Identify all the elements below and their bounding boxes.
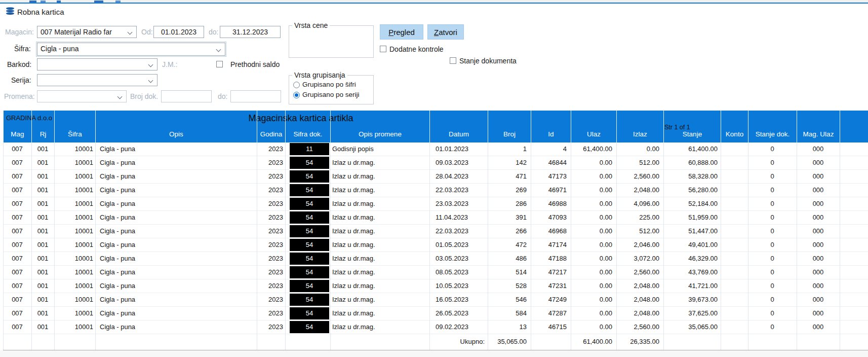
- cell-ulaz: 0.00: [571, 184, 616, 197]
- broj-dok-do-input[interactable]: [230, 90, 281, 102]
- table-row[interactable]: 00700110001Cigla - puna202354Izlaz u dr.…: [3, 252, 868, 266]
- sifra-label: Šifra:: [14, 45, 31, 53]
- cell-id: 47249: [531, 293, 571, 307]
- sifra-dok-badge: 54: [290, 294, 329, 306]
- table-row[interactable]: 00700110001Cigla - puna202354Izlaz u dr.…: [3, 170, 868, 184]
- column-header-id: Id: [531, 127, 571, 142]
- cell-ulaz: 0.00: [571, 320, 616, 334]
- table-row[interactable]: 00700110001Cigla - puna202354Izlaz u dr.…: [3, 184, 868, 197]
- body-column-line: [571, 142, 571, 350]
- prethodni-saldo-checkbox[interactable]: [216, 61, 223, 67]
- grupisanje-radio-0[interactable]: [293, 82, 300, 88]
- cell-id: 46968: [531, 225, 571, 238]
- cell-ulaz: 0.00: [571, 266, 616, 279]
- sifra-combo[interactable]: Cigla - puna: [37, 43, 225, 56]
- cell-opis: Cigla - puna: [95, 238, 257, 252]
- cell-id: 46715: [531, 320, 571, 334]
- cell--ifra: 10001: [54, 184, 95, 197]
- cell-opis-promene: Izlaz u dr.mag.: [330, 197, 429, 211]
- cell-mag: [3, 334, 31, 350]
- cell--ifra: 10001: [54, 320, 95, 334]
- sifra-dok-badge: 54: [290, 170, 329, 183]
- cell-godina: 2023: [257, 238, 285, 252]
- zatvori-button[interactable]: Zatvori: [427, 24, 464, 40]
- cell-opis-promene: Izlaz u dr.mag.: [330, 320, 429, 334]
- cell-stanje: 61,400.00: [663, 142, 721, 156]
- table-row[interactable]: 00700110001Cigla - puna202354Izlaz u dr.…: [3, 211, 868, 225]
- table-row[interactable]: 00700110001Cigla - puna202311Godisnji po…: [3, 142, 868, 156]
- table-row[interactable]: 00700110001Cigla - puna202354Izlaz u dr.…: [3, 320, 868, 334]
- cell-stanje: 39,673.00: [663, 293, 721, 307]
- table-row[interactable]: 00700110001Cigla - puna202354Izlaz u dr.…: [3, 293, 868, 307]
- column-header-rj: Rj: [32, 127, 54, 142]
- magacin-combo[interactable]: 007 Materijal Radio far: [37, 26, 137, 38]
- cell-izlaz: 2,560.00: [616, 266, 663, 279]
- cell-stanje: 51,447.00: [663, 225, 721, 238]
- top-accent-line: [0, 3, 868, 4]
- cell-datum: 09.03.2023: [429, 156, 488, 170]
- cell-mag-ulaz: 000: [797, 211, 840, 225]
- cell-mag-ulaz: 000: [797, 252, 840, 266]
- sifra-dok-badge: 54: [290, 307, 329, 319]
- cell-stanje: 56,280.00: [663, 184, 721, 197]
- serija-label: Serija:: [11, 76, 31, 84]
- cell-sifra-dok: 54: [285, 197, 330, 211]
- promena-label: Promena:: [4, 92, 35, 100]
- cell-sifra-dok: 54: [285, 307, 330, 320]
- table-row[interactable]: 00700110001Cigla - puna202354Izlaz u dr.…: [3, 197, 868, 211]
- cell-opis: Cigla - puna: [95, 156, 257, 170]
- cell-stanje-dok: 0: [748, 142, 797, 156]
- cell-opis-promene: Godisnji popis: [330, 142, 429, 156]
- cell-mag-ulaz: 000: [797, 266, 840, 279]
- cell-opis-promene: Izlaz u dr.mag.: [330, 184, 429, 197]
- barkod-combo[interactable]: [37, 58, 157, 70]
- cell-opis-promene: [330, 334, 429, 350]
- dodatne-kontrole-checkbox[interactable]: [380, 46, 386, 52]
- body-column-line: [840, 142, 840, 350]
- table-row[interactable]: 00700110001Cigla - puna202354Izlaz u dr.…: [3, 279, 868, 293]
- cell-stanje: 46,329.00: [663, 252, 721, 266]
- cell--ifra: 10001: [54, 156, 95, 170]
- cell-stanje: 52,184.00: [663, 197, 721, 211]
- cell--ifra: 10001: [54, 266, 95, 279]
- broj-dok-input[interactable]: [161, 90, 212, 102]
- cell-stanje: 43,769.00: [663, 266, 721, 279]
- cell-rj: 001: [31, 184, 54, 197]
- stanje-dokumenta-checkbox[interactable]: [450, 57, 456, 64]
- cell--ifra: 10001: [54, 293, 95, 307]
- cell-broj: 391: [488, 211, 531, 225]
- cell-broj: 142: [488, 156, 531, 170]
- grupisanje-radio-label-1[interactable]: Grupisano po seriji: [302, 91, 360, 98]
- cell-id: 47287: [531, 307, 571, 320]
- cell-stanje: 49,401.00: [663, 238, 721, 252]
- cell-datum: 09.02.2023: [429, 320, 488, 334]
- table-row[interactable]: 00700110001Cigla - puna202354Izlaz u dr.…: [3, 225, 868, 238]
- body-column-line: [54, 142, 55, 350]
- cell-konto: [721, 184, 748, 197]
- table-row[interactable]: 00700110001Cigla - puna202354Izlaz u dr.…: [3, 156, 868, 170]
- cell-opis: Cigla - puna: [95, 225, 257, 238]
- pregled-button[interactable]: Pregled: [380, 24, 423, 40]
- cell-ulaz: 0.00: [571, 293, 616, 307]
- cell-broj: 528: [488, 279, 531, 293]
- serija-combo[interactable]: [37, 74, 157, 86]
- od-input[interactable]: 01.01.2023: [153, 26, 204, 38]
- table-row[interactable]: 00700110001Cigla - puna202354Izlaz u dr.…: [3, 307, 868, 320]
- table-row[interactable]: 00700110001Cigla - puna202354Izlaz u dr.…: [3, 266, 868, 279]
- column-header-izlaz: Izlaz: [617, 127, 663, 142]
- cell-id: 47173: [531, 170, 571, 184]
- grupisanje-radio-1[interactable]: [293, 92, 300, 98]
- cell-sifra-dok: 54: [285, 211, 330, 225]
- grupisanje-radio-label-0[interactable]: Grupisano po šifri: [302, 81, 356, 88]
- do-label: do:: [209, 28, 218, 36]
- cell-izlaz: 2,560.00: [616, 320, 663, 334]
- cell-izlaz: 2,560.00: [616, 170, 663, 184]
- cell-opis-promene: Izlaz u dr.mag.: [330, 293, 429, 307]
- cell--ifra: 10001: [54, 211, 95, 225]
- promena-combo[interactable]: [37, 90, 127, 102]
- sifra-dok-badge: 54: [290, 184, 329, 196]
- do-input[interactable]: 31.12.2023: [220, 26, 281, 38]
- vrsta-grupisanja-label: Vrsta grupisanja: [292, 71, 347, 79]
- cell-datum: 22.03.2023: [429, 225, 488, 238]
- table-row[interactable]: 00700110001Cigla - puna202354Izlaz u dr.…: [3, 238, 868, 252]
